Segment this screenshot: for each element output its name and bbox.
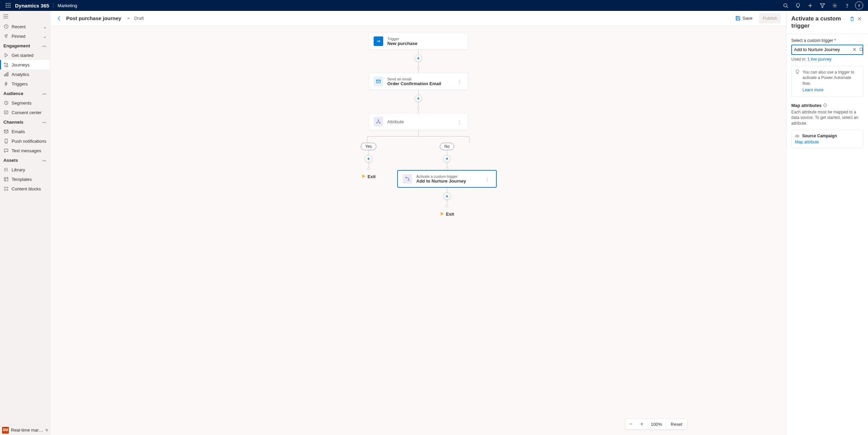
svg-rect-24: [8, 73, 9, 76]
section-audience[interactable]: Audience︿: [0, 89, 50, 98]
template-icon: [3, 176, 9, 182]
nav-segments[interactable]: Segments: [0, 98, 50, 108]
svg-point-38: [4, 189, 6, 191]
exit-node: ⚑Exit: [440, 212, 454, 217]
nav-pinned[interactable]: Pinned⌄: [0, 31, 50, 41]
filter-icon[interactable]: [816, 0, 828, 11]
add-step-button[interactable]: +: [443, 192, 451, 200]
more-icon[interactable]: ⋮: [456, 119, 463, 124]
attribute-node[interactable]: Attribute ⋮: [369, 113, 468, 130]
sidebar-toggle[interactable]: [0, 11, 50, 22]
trigger-node[interactable]: TriggerNew purchase: [369, 33, 468, 50]
connector-node: [417, 107, 420, 110]
search-icon[interactable]: [779, 0, 792, 11]
svg-rect-3: [6, 5, 7, 6]
app-launcher[interactable]: [3, 0, 14, 11]
add-icon[interactable]: [804, 0, 816, 11]
branch-yes[interactable]: Yes: [361, 143, 376, 150]
add-step-button[interactable]: +: [415, 55, 422, 62]
updown-icon: ⇅: [45, 428, 48, 432]
nav-label: Push notifications: [12, 139, 46, 144]
nav-get-started[interactable]: Get started: [0, 50, 50, 60]
area-switcher[interactable]: RM Real-time marketi... ⇅: [0, 425, 50, 435]
info-icon[interactable]: [823, 103, 827, 107]
brand-label: Dynamics 365: [15, 3, 49, 9]
svg-rect-4: [8, 5, 9, 6]
used-in-link[interactable]: 1 live journey: [807, 57, 832, 62]
save-icon: [735, 16, 740, 21]
svg-rect-41: [736, 18, 739, 20]
map-attribute-link[interactable]: Map attribute: [795, 140, 859, 144]
gear-icon[interactable]: [828, 0, 841, 11]
svg-rect-40: [736, 16, 738, 18]
nav-push[interactable]: Push notifications: [0, 136, 50, 146]
svg-rect-8: [10, 7, 11, 8]
back-button[interactable]: [56, 15, 63, 22]
save-button[interactable]: Save: [732, 13, 756, 24]
more-icon[interactable]: ⋮: [484, 176, 491, 182]
svg-rect-5: [10, 5, 11, 6]
node-title: Attribute: [387, 119, 404, 124]
svg-point-46: [406, 177, 407, 178]
blocks-icon: [3, 186, 9, 191]
status-dot: [128, 17, 130, 19]
more-icon[interactable]: ⋮: [456, 79, 463, 84]
properties-panel: Activate a custom trigger Select a custo…: [786, 11, 868, 435]
section-label: Audience: [3, 91, 24, 96]
nav-consent[interactable]: Consent center: [0, 108, 50, 117]
sidebar: Recent⌄ Pinned⌄ Engagement︿ Get started …: [0, 11, 50, 435]
trigger-input[interactable]: [794, 47, 851, 52]
user-avatar[interactable]: #: [855, 1, 863, 10]
field-label: Select a custom trigger *: [791, 38, 863, 43]
connector-node: [446, 167, 448, 170]
add-step-button[interactable]: +: [443, 155, 451, 162]
svg-rect-22: [4, 75, 5, 76]
clear-icon[interactable]: ✕: [851, 47, 858, 52]
custom-trigger-node[interactable]: Activate a custom triggerAdd to Nurture …: [397, 170, 497, 188]
section-channels[interactable]: Channels︿: [0, 117, 50, 127]
zoom-out-button[interactable]: −: [626, 419, 637, 430]
zoom-in-button[interactable]: +: [637, 419, 647, 430]
add-step-button[interactable]: +: [415, 95, 422, 102]
section-engagement[interactable]: Engagement︿: [0, 41, 50, 50]
learn-more-link[interactable]: Learn more: [803, 87, 859, 93]
nav-recent[interactable]: Recent⌄: [0, 22, 50, 31]
svg-point-50: [860, 48, 863, 51]
add-step-button[interactable]: +: [365, 155, 372, 162]
search-icon[interactable]: [858, 47, 865, 52]
nav-label: Emails: [12, 129, 25, 134]
nav-sms[interactable]: Text messages: [0, 146, 50, 155]
nav-content-blocks[interactable]: Content blocks: [0, 184, 50, 193]
journey-canvas[interactable]: TriggerNew purchase + Send an emailOrder…: [50, 26, 786, 435]
page-title: Post purchase journey: [66, 15, 121, 21]
section-label: Assets: [3, 158, 18, 163]
nav-library[interactable]: Library: [0, 165, 50, 174]
section-label: Engagement: [3, 43, 30, 48]
clock-icon: [3, 24, 9, 29]
svg-rect-1: [8, 3, 9, 4]
chevron-up-icon: ︿: [42, 43, 47, 49]
nav-analytics[interactable]: Analytics: [0, 69, 50, 79]
section-assets[interactable]: Assets︿: [0, 155, 50, 165]
email-node[interactable]: Send an emailOrder Confirmation Email ⋮: [369, 73, 468, 90]
branch-no[interactable]: No: [440, 143, 454, 150]
node-title: New purchase: [387, 41, 417, 46]
lightbulb-icon: [795, 69, 800, 93]
trigger-select[interactable]: ✕: [791, 45, 863, 55]
close-button[interactable]: [856, 15, 863, 22]
help-icon[interactable]: [841, 0, 853, 11]
attribute-name: Source Campaign: [802, 134, 837, 138]
nav-journeys[interactable]: Journeys: [0, 60, 50, 69]
nav-label: Library: [12, 167, 25, 172]
nav-label: Content blocks: [12, 186, 41, 191]
zoom-reset-button[interactable]: Reset: [665, 422, 687, 427]
svg-point-47: [408, 180, 409, 181]
attribute-card[interactable]: Source Campaign Map attribute: [791, 130, 863, 148]
nav-templates[interactable]: Templates: [0, 174, 50, 184]
delete-button[interactable]: [848, 15, 856, 22]
nav-emails[interactable]: Emails: [0, 127, 50, 136]
nav-triggers[interactable]: Triggers: [0, 79, 50, 89]
svg-rect-7: [8, 7, 9, 8]
lightbulb-icon[interactable]: [792, 0, 804, 11]
svg-rect-0: [6, 3, 7, 4]
